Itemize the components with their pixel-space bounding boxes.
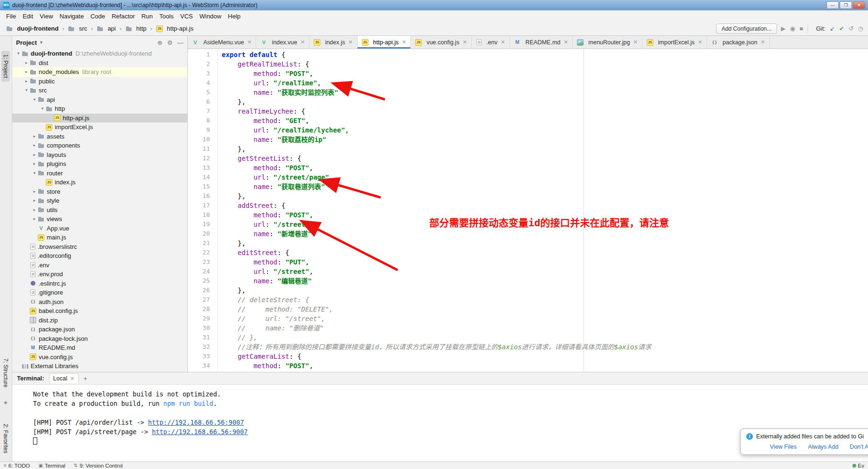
code-line-10[interactable]: name: "获取荔枝的ip"	[222, 135, 868, 144]
debug-icon[interactable]: ◉	[790, 25, 795, 32]
gear-icon[interactable]: ⚙	[167, 39, 173, 46]
tab-index.vue[interactable]: index.vue✕	[256, 36, 309, 49]
maximize-button[interactable]: ❐	[840, 1, 852, 9]
terminal-output[interactable]: Note that the development build is not o…	[12, 385, 868, 461]
code-line-26[interactable]: },	[222, 286, 868, 295]
code-line-27[interactable]: // deleteStreet: {	[222, 295, 868, 304]
close-icon[interactable]: ✕	[402, 39, 406, 45]
terminal-tab-local[interactable]: Local ✕	[49, 373, 79, 383]
code-line-4[interactable]: url: "/realTime",	[222, 78, 868, 88]
tree-item-http[interactable]: ▾http	[12, 104, 187, 114]
tree-item-.editorconfig[interactable]: .editorconfig	[12, 251, 187, 261]
statusbar-todo[interactable]: ≡6: TODO	[4, 463, 30, 469]
tree-item-.browserslistrc[interactable]: .browserslistrc	[12, 242, 187, 252]
tree-item-components[interactable]: ▸components	[12, 141, 187, 150]
tree-item-layouts[interactable]: ▸layouts	[12, 150, 187, 160]
code-editor[interactable]: 1234567891011121314151617181920212223242…	[188, 49, 868, 372]
history-icon[interactable]: ◷	[858, 25, 863, 32]
menu-code[interactable]: Code	[87, 12, 108, 21]
run-icon[interactable]: ▶	[781, 25, 786, 32]
code-line-34[interactable]: method: "POST",	[222, 361, 868, 370]
statusbar-event-log[interactable]: Ev	[852, 463, 864, 469]
tree-item-vue.config.js[interactable]: vue.config.js	[12, 353, 187, 362]
tree-item-.gitignore[interactable]: .gitignore	[12, 288, 187, 297]
code-line-29[interactable]: // url: "/street",	[222, 314, 868, 323]
chevron-right-icon[interactable]: ▸	[31, 187, 38, 197]
tree-item-importExcel.js[interactable]: importExcel.js	[12, 123, 187, 132]
breadcrumb-http[interactable]: http	[124, 25, 148, 33]
minimize-button[interactable]: —	[826, 1, 839, 9]
tab-README.md[interactable]: README.md✕	[510, 36, 573, 49]
terminal-link[interactable]: http://192.168.66.56:9007	[152, 428, 248, 436]
chevron-right-icon[interactable]: ▸	[23, 58, 30, 68]
tab-http-api.js[interactable]: http-api.js✕	[358, 36, 411, 49]
code-line-7[interactable]: realTimeLychee: {	[222, 107, 868, 116]
tree-item-assets[interactable]: ▸assets	[12, 132, 187, 141]
tool-button-project[interactable]: 1: Project	[1, 51, 10, 82]
code-line-5[interactable]: name: "获取实时监控列表"	[222, 88, 868, 97]
stop-icon[interactable]: ■	[800, 25, 803, 32]
tree-item-utils[interactable]: ▸utils	[12, 206, 187, 215]
menu-navigate[interactable]: Navigate	[56, 12, 87, 21]
tree-item-README.md[interactable]: README.md	[12, 343, 187, 353]
notification-action-don-t-ask-agai[interactable]: Don't Ask Agai	[850, 444, 868, 450]
code-line-8[interactable]: method: "GET",	[222, 116, 868, 125]
tree-item-.env[interactable]: .env	[12, 261, 187, 270]
tab-AsideMenu.vue[interactable]: AsideMenu.vue✕	[188, 36, 256, 49]
code-line-28[interactable]: // method: "DELETE",	[222, 304, 868, 314]
code-line-31[interactable]: // },	[222, 333, 868, 342]
code-line-3[interactable]: method: "POST",	[222, 69, 868, 78]
git-update-icon[interactable]: ↙	[830, 25, 835, 32]
tree-item-package.json[interactable]: package.json	[12, 325, 187, 334]
chevron-down-icon[interactable]: ▼	[39, 40, 43, 45]
tab-menuRouter.jpg[interactable]: menuRouter.jpg✕	[573, 36, 642, 49]
tree-item-store[interactable]: ▸store	[12, 187, 187, 197]
menu-tools[interactable]: Tools	[156, 12, 177, 21]
tree-item-views[interactable]: ▸views	[12, 214, 187, 224]
code-line-9[interactable]: url: "/realTime/lychee",	[222, 125, 868, 135]
tree-item-public[interactable]: ▸public	[12, 77, 187, 86]
chevron-right-icon[interactable]: ▸	[23, 77, 30, 86]
code-line-33[interactable]: getCameraList: {	[222, 352, 868, 361]
tree-item-package-lock.json[interactable]: package-lock.json	[12, 334, 187, 344]
chevron-down-icon[interactable]: ▾	[31, 95, 38, 105]
terminal-title[interactable]: Terminal:	[17, 375, 44, 382]
close-icon[interactable]: ✕	[349, 39, 353, 45]
chevron-down-icon[interactable]: ▾	[23, 86, 30, 95]
notification-action-always-add[interactable]: Always Add	[808, 444, 839, 450]
close-icon[interactable]: ✕	[564, 39, 568, 45]
code-line-6[interactable]: },	[222, 97, 868, 107]
chevron-down-icon[interactable]: ▾	[39, 104, 46, 114]
breadcrumb-duoji-frontend[interactable]: duoji-frontend	[5, 25, 60, 33]
tree-item-node_modules[interactable]: ▸node_moduleslibrary root	[12, 67, 187, 77]
code-line-25[interactable]: name: "编辑巷道"	[222, 276, 868, 286]
chevron-down-icon[interactable]: ▾	[15, 49, 22, 58]
tree-item-.eslintrc.js[interactable]: .eslintrc.js	[12, 279, 187, 288]
close-button[interactable]: ✕	[853, 1, 865, 9]
statusbar-version-control[interactable]: ⇅9: Version Control	[74, 463, 123, 469]
close-icon[interactable]: ✕	[501, 39, 505, 45]
menu-help[interactable]: Help	[225, 12, 244, 21]
tab-package.json[interactable]: package.json✕	[707, 36, 770, 49]
menu-run[interactable]: Run	[138, 12, 156, 21]
code-line-17[interactable]: addStreet: {	[222, 201, 868, 210]
chevron-right-icon[interactable]: ▸	[31, 214, 38, 224]
tree-item-plugins[interactable]: ▸plugins	[12, 159, 187, 169]
project-panel-title[interactable]: Project	[16, 39, 37, 46]
tree-item-index.js[interactable]: index.js	[12, 178, 187, 187]
tree-item-duoji-frontend[interactable]: ▾duoji-frontendD:\zheheWeb\duoji-fronten…	[12, 49, 187, 58]
code-line-23[interactable]: method: "PUT",	[222, 257, 868, 267]
editor-code-area[interactable]: export default { getRealTimeList: { meth…	[218, 49, 868, 372]
new-terminal-icon[interactable]: +	[83, 375, 87, 382]
tab-.env[interactable]: .env✕	[472, 36, 510, 49]
tree-item-main.js[interactable]: main.js	[12, 233, 187, 242]
code-line-15[interactable]: name: "获取巷道列表"	[222, 182, 868, 191]
tree-item-auth.json[interactable]: auth.json	[12, 297, 187, 307]
breadcrumb-http-api.js[interactable]: http-api.js	[155, 25, 195, 33]
chevron-right-icon[interactable]: ▸	[31, 196, 38, 206]
close-icon[interactable]: ✕	[634, 39, 638, 45]
close-icon[interactable]: ✕	[463, 39, 467, 45]
close-icon[interactable]: ✕	[70, 376, 74, 382]
tree-item-.env.prod[interactable]: .env.prod	[12, 270, 187, 279]
code-line-21[interactable]: },	[222, 239, 868, 248]
